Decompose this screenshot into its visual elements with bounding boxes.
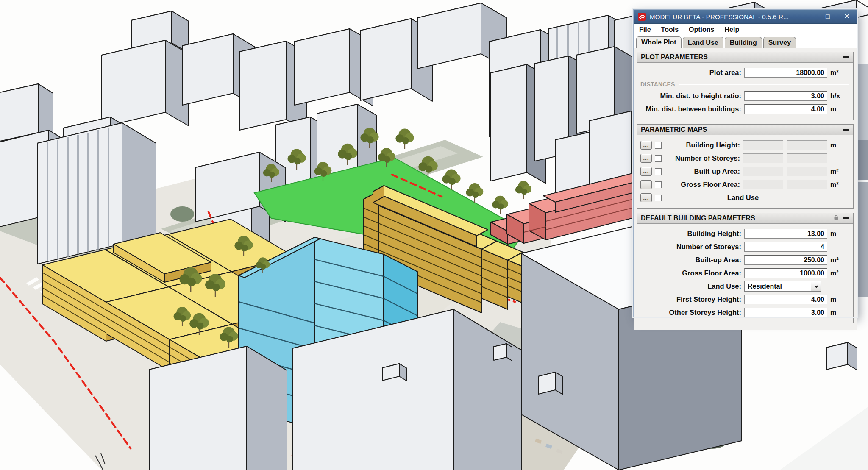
distances-label: DISTANCES — [640, 81, 675, 88]
built-up-area-input[interactable] — [744, 255, 827, 265]
number-of-storeys-label: Number of Storeys: — [640, 243, 741, 251]
collapse-icon[interactable] — [843, 56, 849, 58]
browse-button[interactable]: ... — [640, 180, 652, 189]
map-building-height-row: ... Building Height: m — [640, 139, 849, 152]
browse-button[interactable]: ... — [640, 141, 652, 150]
built-up-area-row: Built-up Area: m² — [640, 253, 849, 267]
lock-icon[interactable] — [833, 214, 839, 222]
built-up-area-label: Built-up Area: — [640, 256, 741, 264]
parametric-maps-header: PARAMETRIC MAPS — [637, 125, 853, 135]
unit-label: m² — [830, 256, 849, 264]
map-building-height-label: Building Height: — [662, 141, 740, 149]
map-number-of-storeys-row: ... Number of Storeys: — [640, 152, 849, 165]
map-value-field — [787, 180, 827, 189]
menu-options[interactable]: Options — [689, 26, 714, 33]
collapse-icon[interactable] — [843, 217, 849, 219]
unit-label: m² — [830, 168, 849, 175]
default-building-parameters-header: DEFAULT BUILDING PARAMETERS — [637, 213, 853, 224]
map-value-field — [787, 167, 827, 176]
land-use-select[interactable]: Residental — [744, 281, 821, 292]
plot-area-row: Plot area: m² — [640, 66, 849, 79]
tab-strip: Whole Plot Land Use Building Survey — [634, 35, 857, 48]
map-gross-floor-area-row: ... Gross Floor Area: m² — [640, 178, 849, 191]
min-dist-buildings-label: Min. dist. between buildings: — [640, 105, 741, 113]
section-title: PARAMETRIC MAPS — [641, 126, 843, 133]
menu-tools[interactable]: Tools — [661, 26, 679, 33]
land-use-row: Land Use: Residental — [640, 280, 849, 293]
land-use-value: Residental — [748, 283, 811, 290]
sketchup-app-icon — [638, 13, 646, 21]
tab-building[interactable]: Building — [725, 37, 762, 48]
map-checkbox[interactable] — [655, 142, 662, 149]
map-checkbox[interactable] — [655, 168, 662, 175]
building-height-input[interactable] — [744, 229, 827, 239]
first-storey-height-input[interactable] — [744, 295, 827, 304]
modelur-window: MODELUR BETA - PROFESSIONAL - 0.5.6 R...… — [633, 9, 857, 317]
default-building-parameters-section: DEFAULT BUILDING PARAMETERS Building Hei… — [637, 213, 854, 323]
distances-subheader: DISTANCES — [640, 79, 849, 89]
unit-label: m — [830, 106, 849, 113]
window-title: MODELUR BETA - PROFESSIONAL - 0.5.6 R... — [650, 13, 801, 20]
tab-whole-plot[interactable]: Whole Plot — [636, 36, 682, 48]
building-height-label: Building Height: — [640, 230, 741, 238]
browse-button[interactable]: ... — [640, 193, 652, 202]
gross-floor-area-label: Gross Floor Area: — [640, 269, 741, 277]
map-value-field — [743, 153, 783, 163]
min-dist-buildings-row: Min. dist. between buildings: m — [640, 103, 849, 116]
map-built-up-area-label: Built-up Area: — [662, 167, 740, 175]
unit-label: m — [830, 142, 849, 149]
unit-label: m² — [830, 270, 849, 277]
menu-bar: File Tools Options Help — [634, 24, 857, 35]
unit-label: m — [830, 230, 849, 238]
building-height-row: Building Height: m — [640, 227, 849, 240]
divider — [679, 84, 849, 85]
unit-label: m — [830, 309, 849, 317]
section-title: PLOT PARAMETERS — [641, 53, 843, 61]
menu-help[interactable]: Help — [724, 26, 739, 33]
map-built-up-area-row: ... Built-up Area: m² — [640, 165, 849, 178]
window-titlebar[interactable]: MODELUR BETA - PROFESSIONAL - 0.5.6 R...… — [634, 10, 857, 24]
first-storey-height-row: First Storey Height: m — [640, 293, 849, 306]
map-value-field — [787, 140, 827, 150]
map-gross-floor-area-label: Gross Floor Area: — [662, 181, 740, 189]
tab-land-use[interactable]: Land Use — [683, 37, 723, 48]
menu-file[interactable]: File — [639, 26, 651, 33]
number-of-storeys-input[interactable] — [744, 242, 827, 252]
gross-floor-area-input[interactable] — [744, 268, 827, 278]
map-value-field — [743, 140, 783, 150]
map-checkbox[interactable] — [655, 195, 662, 201]
gross-floor-area-row: Gross Floor Area: m² — [640, 267, 849, 280]
first-storey-height-label: First Storey Height: — [640, 295, 741, 303]
unit-label: h/x — [830, 92, 849, 100]
other-storeys-height-row: Other Storeys Height: m — [640, 306, 849, 319]
map-value-field — [743, 180, 783, 189]
chevron-down-icon[interactable] — [811, 281, 821, 291]
map-number-of-storeys-label: Number of Storeys: — [662, 154, 740, 162]
other-storeys-height-input[interactable] — [744, 308, 827, 317]
browse-button[interactable]: ... — [640, 167, 652, 176]
unit-label: m — [830, 296, 849, 303]
minimize-icon[interactable]: — — [804, 13, 811, 20]
unit-label: m² — [830, 181, 849, 189]
min-dist-height-ratio-row: Min. dist. to height ratio: h/x — [640, 89, 849, 103]
map-checkbox[interactable] — [655, 181, 662, 188]
unit-label: m² — [830, 69, 849, 77]
section-title: DEFAULT BUILDING PARAMETERS — [641, 214, 833, 222]
number-of-storeys-row: Number of Storeys: — [640, 240, 849, 253]
plot-area-label: Plot area: — [640, 69, 741, 77]
map-checkbox[interactable] — [655, 155, 662, 162]
close-icon[interactable]: ✕ — [844, 13, 850, 20]
map-land-use-label: Land Use — [662, 194, 824, 202]
collapse-icon[interactable] — [843, 129, 849, 131]
browse-button[interactable]: ... — [640, 154, 652, 163]
plot-area-input[interactable] — [744, 68, 827, 78]
land-use-label: Land Use: — [640, 282, 741, 290]
parametric-maps-section: PARAMETRIC MAPS ... Building Height: m .… — [637, 124, 854, 209]
map-land-use-row: ... Land Use — [640, 191, 849, 204]
min-dist-buildings-input[interactable] — [744, 104, 827, 114]
min-dist-height-ratio-input[interactable] — [744, 91, 827, 101]
plot-parameters-section: PLOT PARAMETERS Plot area: m² DISTANCES … — [637, 52, 854, 120]
maximize-icon[interactable]: □ — [826, 13, 830, 20]
min-dist-height-ratio-label: Min. dist. to height ratio: — [640, 92, 741, 100]
tab-survey[interactable]: Survey — [763, 37, 796, 48]
